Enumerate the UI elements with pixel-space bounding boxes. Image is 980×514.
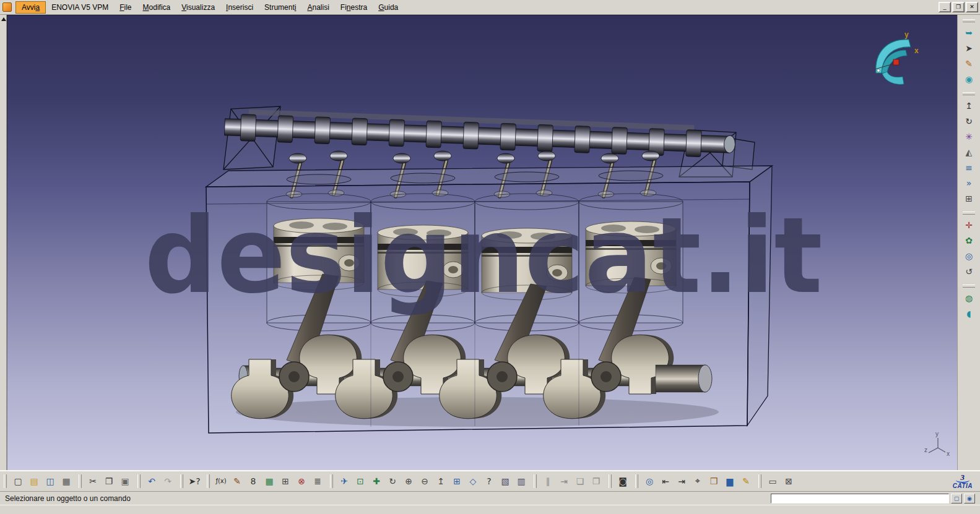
whats-this-icon[interactable]: ➤? bbox=[186, 473, 202, 489]
last-page-icon[interactable]: ⇥ bbox=[674, 473, 690, 489]
triad-z-label: z bbox=[924, 447, 927, 453]
arrow-up-icon[interactable]: ↥ bbox=[961, 98, 977, 113]
design-table-icon[interactable]: ▦ bbox=[261, 473, 277, 489]
display-style-icon[interactable]: ▆ bbox=[722, 473, 738, 489]
status-message: Selezionare un oggetto o un comando bbox=[5, 494, 131, 503]
power-input[interactable] bbox=[771, 494, 949, 503]
zoom-in-icon[interactable]: ⊕ bbox=[401, 473, 417, 489]
bottom-toolbar-group: ∥⇥❏❐ bbox=[534, 473, 604, 489]
menu-item-strumenti[interactable]: Strumenti bbox=[259, 1, 301, 14]
viewport-3d[interactable]: designcat.it y x y bbox=[7, 15, 957, 470]
menu-item-analisi[interactable]: Analisi bbox=[301, 1, 334, 14]
pen-icon[interactable]: ✎ bbox=[961, 56, 977, 71]
right-toolbar-group: ↥↻✳◭≡»⊞ bbox=[961, 92, 977, 206]
zoom-out-icon[interactable]: ⊖ bbox=[417, 473, 433, 489]
cut-icon[interactable]: ✂ bbox=[85, 473, 101, 489]
bottom-toolbar-group: ▭⊠ bbox=[758, 473, 797, 489]
search-icon[interactable]: ⌖ bbox=[690, 473, 706, 489]
relations-icon[interactable]: ≣ bbox=[310, 473, 326, 489]
bottom-toolbar-group: ▢▤◫▦ bbox=[4, 473, 74, 489]
window-controls: _❐✕ bbox=[939, 2, 978, 12]
swirl-icon[interactable]: ↺ bbox=[961, 263, 977, 279]
speaker-icon[interactable]: ◖ bbox=[961, 306, 977, 321]
triad-y-label: y bbox=[935, 430, 939, 437]
close-button[interactable]: ✕ bbox=[966, 2, 978, 12]
paste-icon[interactable]: ▣ bbox=[117, 473, 133, 489]
wireframe-view-icon[interactable]: ▥ bbox=[513, 473, 529, 489]
knowledge-inspector-icon[interactable]: 8 bbox=[245, 473, 261, 489]
formula-icon[interactable]: ƒ(x) bbox=[213, 473, 229, 489]
globe-icon[interactable]: ◍ bbox=[961, 290, 977, 306]
print-icon[interactable]: ▦ bbox=[58, 473, 74, 489]
right-toolbar-group: ➥➤✎◉ bbox=[961, 19, 977, 87]
menu-item-avvia[interactable]: Avvia bbox=[15, 1, 46, 14]
status-buttons: ▢◉ bbox=[949, 494, 975, 503]
iso-view-icon[interactable]: ◇ bbox=[465, 473, 481, 489]
view-mode-help-icon[interactable]: ? bbox=[481, 473, 497, 489]
plane-icon[interactable]: ◭ bbox=[961, 144, 977, 160]
menu-item-finestra[interactable]: Finestra bbox=[335, 1, 373, 14]
engine-3d-view[interactable]: designcat.it y x y bbox=[7, 15, 957, 470]
multi-view-icon[interactable]: ⊞ bbox=[449, 473, 465, 489]
knowledge-edit-icon[interactable]: ✎ bbox=[229, 473, 245, 489]
paste-view-icon[interactable]: ❐ bbox=[588, 473, 604, 489]
layers-icon[interactable]: ≡ bbox=[961, 160, 977, 175]
first-page-icon[interactable]: ⇤ bbox=[657, 473, 674, 489]
magnifier-icon[interactable]: ◎ bbox=[961, 248, 977, 263]
exit-icon[interactable]: ⊠ bbox=[781, 473, 797, 489]
leaf-icon[interactable]: ✿ bbox=[961, 233, 977, 248]
menu-item-guida[interactable]: Guida bbox=[373, 1, 404, 14]
bottom-toolbar-group: ƒ(x)✎8▦⊞⊗≣ bbox=[207, 473, 326, 489]
tree-collapse-arrow-icon[interactable] bbox=[1, 17, 6, 21]
select-cursor-icon[interactable]: ➤ bbox=[961, 40, 977, 56]
minimize-button[interactable]: _ bbox=[939, 2, 951, 12]
tools-icon[interactable]: ✛ bbox=[961, 217, 977, 233]
watermark: designcat.it bbox=[145, 194, 823, 317]
undo-icon[interactable]: ↶ bbox=[144, 473, 160, 489]
catalog-icon[interactable]: ❒ bbox=[706, 473, 722, 489]
fit-all-icon[interactable]: ⊡ bbox=[352, 473, 368, 489]
normal-view-icon[interactable]: ↥ bbox=[433, 473, 449, 489]
rotate-icon[interactable]: ↻ bbox=[384, 473, 401, 489]
view-compass[interactable]: y x bbox=[875, 30, 919, 84]
rotate-view-icon[interactable]: ↻ bbox=[961, 113, 977, 129]
axis-star-icon[interactable]: ✳ bbox=[961, 129, 977, 144]
menu-item-file[interactable]: File bbox=[114, 1, 137, 14]
annotate-icon[interactable]: ✎ bbox=[738, 473, 754, 489]
right-toolbar: ➥➤✎◉↥↻✳◭≡»⊞✛✿◎↺◍◖ bbox=[957, 15, 980, 470]
menu-item-enovia-v5-vpm[interactable]: ENOVIA V5 VPM bbox=[46, 1, 114, 14]
status-power-input-button[interactable]: ◉ bbox=[964, 494, 975, 503]
restore-button[interactable]: ❐ bbox=[952, 2, 965, 12]
compass-x-label: x bbox=[914, 46, 919, 55]
shaded-view-icon[interactable]: ▧ bbox=[497, 473, 513, 489]
compass-origin[interactable] bbox=[893, 59, 899, 65]
measure-icon[interactable]: ▭ bbox=[765, 473, 781, 489]
menu-items: AvviaENOVIA V5 VPMFileModificaVisualizza… bbox=[15, 0, 404, 14]
spreadsheet-icon[interactable]: ⊞ bbox=[277, 473, 293, 489]
status-field-button[interactable]: ▢ bbox=[951, 494, 962, 503]
fast-forward-icon[interactable]: » bbox=[961, 175, 977, 191]
open-folder-icon[interactable]: ▤ bbox=[26, 473, 42, 489]
menu-item-modifica[interactable]: Modifica bbox=[137, 1, 176, 14]
catia-window: AvviaENOVIA V5 VPMFileModificaVisualizza… bbox=[0, 0, 980, 514]
pan-icon[interactable]: ✚ bbox=[368, 473, 384, 489]
grid-icon[interactable]: ⊞ bbox=[961, 191, 977, 206]
fly-through-icon[interactable]: ✈ bbox=[336, 473, 352, 489]
target-icon[interactable]: ◎ bbox=[641, 473, 657, 489]
menu-item-visualizza[interactable]: Visualizza bbox=[176, 1, 220, 14]
sphere-icon[interactable]: ◉ bbox=[961, 71, 977, 87]
hide-show-icon[interactable]: ∥ bbox=[540, 473, 556, 489]
new-document-icon[interactable]: ▢ bbox=[10, 473, 26, 489]
menu-item-inserisci[interactable]: Inserisci bbox=[220, 1, 259, 14]
fly-mode-icon[interactable]: ➥ bbox=[961, 25, 977, 40]
swap-space-icon[interactable]: ⇥ bbox=[556, 473, 572, 489]
save-icon[interactable]: ◫ bbox=[42, 473, 58, 489]
redo-icon[interactable]: ↷ bbox=[160, 473, 176, 489]
lock-icon[interactable]: ⊗ bbox=[293, 473, 310, 489]
copy-view-icon[interactable]: ❏ bbox=[572, 473, 588, 489]
app-icon[interactable] bbox=[2, 2, 12, 12]
camera-icon[interactable]: ◙ bbox=[615, 473, 631, 489]
left-edge-strip[interactable] bbox=[0, 15, 7, 470]
copy-icon[interactable]: ❐ bbox=[101, 473, 117, 489]
bottom-toolbar-groups: ▢▤◫▦✂❐▣↶↷➤?ƒ(x)✎8▦⊞⊗≣✈⊡✚↻⊕⊖↥⊞◇?▧▥∥⇥❏❐◙◎⇤… bbox=[4, 473, 801, 489]
